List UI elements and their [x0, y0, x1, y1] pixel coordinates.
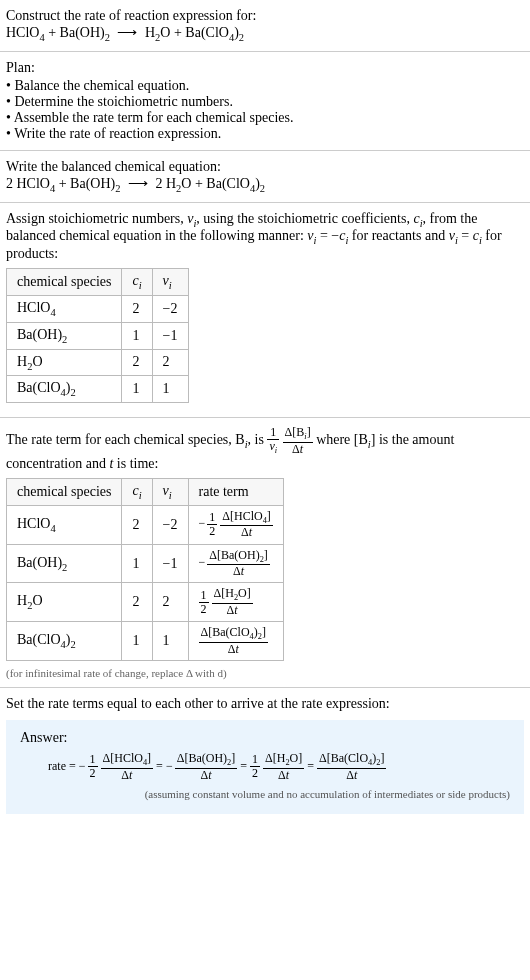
- col-species: chemical species: [7, 478, 122, 505]
- frac-num: Δ[Ba(OH)2]: [207, 549, 270, 566]
- answer-equation: rate = −12 Δ[HClO4]Δt = −Δ[Ba(OH)2]Δt = …: [48, 752, 510, 782]
- frac-num: Δ[Bi]: [283, 426, 313, 443]
- equals: =: [240, 759, 250, 773]
- eq-sub: 2: [239, 32, 244, 43]
- frac-den: 2: [207, 525, 217, 538]
- sp: HClO: [17, 300, 50, 315]
- balanced-title: Write the balanced chemical equation:: [6, 159, 524, 175]
- sub-i: i: [139, 280, 142, 291]
- frac-den: 2: [199, 603, 209, 616]
- table-row: H2O 2 2 12 Δ[H2O]Δt: [7, 583, 284, 622]
- frac-dBi-dt: Δ[Bi] Δt: [283, 426, 313, 456]
- frac-den: Δt: [199, 643, 268, 656]
- sp-sub: 4: [50, 523, 55, 534]
- frac-den: Δt: [317, 769, 386, 782]
- answer-note: (assuming constant volume and no accumul…: [20, 788, 510, 800]
- table-row: HClO4 2 −2: [7, 295, 189, 322]
- dl: Δ[B: [285, 425, 305, 439]
- sp: HClO: [17, 516, 50, 531]
- sp: Ba(ClO: [17, 380, 61, 395]
- frac-den: νi: [267, 440, 279, 456]
- frac-den: Δt: [207, 565, 270, 578]
- frac-half: 12: [199, 589, 209, 616]
- cell-ci: 2: [122, 349, 152, 376]
- plan-list: Balance the chemical equation. Determine…: [6, 78, 524, 142]
- plan-section: Plan: Balance the chemical equation. Det…: [0, 52, 530, 150]
- sp: Ba(OH): [17, 327, 62, 342]
- cell-nui: 1: [152, 376, 188, 403]
- table-row: H2O 2 2: [7, 349, 189, 376]
- rt-text: is time:: [113, 456, 158, 471]
- cell-nui: −2: [152, 295, 188, 322]
- table-header-row: chemical species ci νi: [7, 269, 189, 296]
- frac-den: Δt: [212, 604, 253, 617]
- cell-ci: 2: [122, 583, 152, 622]
- table-row: Ba(OH)2 1 −1: [7, 322, 189, 349]
- eq-part: +: [45, 25, 60, 40]
- sp: H: [17, 354, 27, 369]
- arrow-icon: ⟶: [128, 175, 148, 192]
- cell-rateterm: Δ[Ba(ClO4)2]Δt: [188, 622, 283, 661]
- col-nui: νi: [152, 478, 188, 505]
- frac-num: Δ[HClO4]: [220, 510, 273, 527]
- equals: =: [156, 759, 166, 773]
- stoich-table: chemical species ci νi HClO4 2 −2 Ba(OH)…: [6, 268, 189, 403]
- sp: O: [32, 593, 42, 608]
- frac-num: 1: [267, 426, 279, 440]
- frac-den: 2: [88, 767, 98, 780]
- infinitesimal-note: (for infinitesimal rate of change, repla…: [6, 667, 524, 679]
- cell-ci: 2: [122, 295, 152, 322]
- final-title: Set the rate terms equal to each other t…: [6, 696, 524, 712]
- sub-i: i: [169, 490, 172, 501]
- frac-num: 1: [199, 589, 209, 603]
- eq-part: 2 HClO: [6, 176, 50, 191]
- plan-title: Plan:: [6, 60, 524, 76]
- table-row: Ba(ClO4)2 1 1: [7, 376, 189, 403]
- plan-item: Write the rate of reaction expression.: [6, 126, 524, 142]
- frac-num: 1: [207, 511, 217, 525]
- cell-ci: 1: [122, 376, 152, 403]
- frac-num: Δ[H2O]: [212, 587, 253, 604]
- rt-text: where [B: [316, 432, 368, 447]
- eq-part: 2 H: [155, 176, 176, 191]
- minus-sign: −: [199, 555, 206, 569]
- answer-box: Answer: rate = −12 Δ[HClO4]Δt = −Δ[Ba(OH…: [6, 720, 524, 814]
- eq-sub: 2: [105, 32, 110, 43]
- eq-part: H: [145, 25, 155, 40]
- minus-sign: −: [199, 516, 206, 530]
- arrow-icon: ⟶: [117, 24, 137, 41]
- frac-dconc-dt: Δ[H2O]Δt: [263, 752, 304, 782]
- sp: Ba(ClO: [17, 632, 61, 647]
- intro-section: Construct the rate of reaction expressio…: [0, 0, 530, 51]
- frac-den: Δt: [101, 769, 154, 782]
- frac-den: Δt: [263, 769, 304, 782]
- sub-i: i: [169, 280, 172, 291]
- col-ci: ci: [122, 478, 152, 505]
- frac-num: Δ[H2O]: [263, 752, 304, 769]
- frac-half: 12: [207, 511, 217, 538]
- plan-item: Determine the stoichiometric numbers.: [6, 94, 524, 110]
- frac-half: 12: [250, 753, 260, 780]
- assign-text: = −: [316, 228, 339, 243]
- final-section: Set the rate terms equal to each other t…: [0, 688, 530, 822]
- frac-dconc-dt: Δ[H2O]Δt: [212, 587, 253, 617]
- assign-section: Assign stoichiometric numbers, νi, using…: [0, 203, 530, 418]
- eq-part: O + Ba(ClO: [181, 176, 250, 191]
- frac-num: Δ[Ba(OH)2]: [175, 752, 238, 769]
- frac-half: 12: [88, 753, 98, 780]
- table-row: Ba(ClO4)2 1 1 Δ[Ba(ClO4)2]Δt: [7, 622, 284, 661]
- rateterm-section: The rate term for each chemical species,…: [0, 418, 530, 687]
- frac-num: Δ[Ba(ClO4)2]: [199, 626, 268, 643]
- cell-ci: 2: [122, 505, 152, 544]
- table-header-row: chemical species ci νi rate term: [7, 478, 284, 505]
- frac-dconc-dt: Δ[HClO4]Δt: [220, 510, 273, 540]
- sp-sub: 2: [62, 334, 67, 345]
- cell-rateterm: −Δ[Ba(OH)2]Δt: [188, 544, 283, 583]
- sp: Ba(OH): [17, 555, 62, 570]
- balanced-equation: 2 HClO4 + Ba(OH)2 ⟶ 2 H2O + Ba(ClO4)2: [6, 175, 524, 194]
- sub-i: i: [139, 490, 142, 501]
- cell-nui: 1: [152, 622, 188, 661]
- frac-dconc-dt: Δ[HClO4]Δt: [101, 752, 154, 782]
- frac-dconc-dt: Δ[Ba(ClO4)2]Δt: [317, 752, 386, 782]
- rate-table: chemical species ci νi rate term HClO4 2…: [6, 478, 284, 661]
